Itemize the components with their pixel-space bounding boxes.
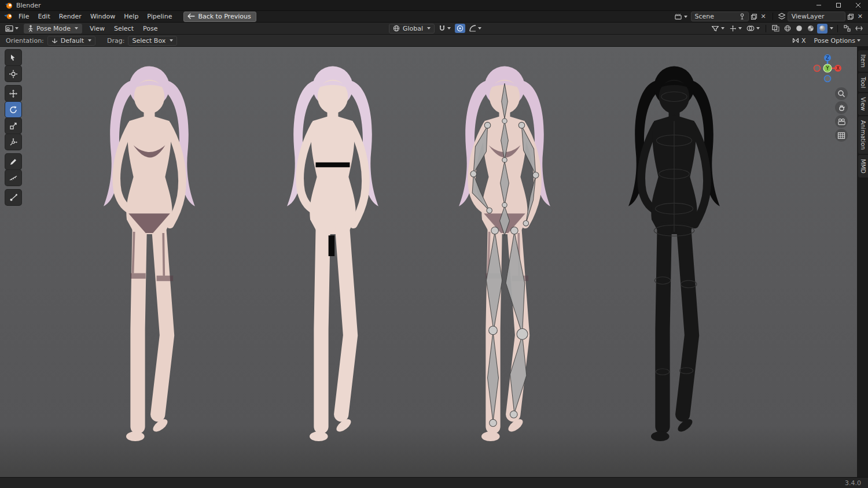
menu-render[interactable]: Render — [55, 12, 86, 21]
overlays-icon — [746, 25, 755, 32]
tool-settings-bar: Orientation: Default Drag: Select Box X … — [0, 35, 868, 47]
mode-dropdown[interactable]: Pose Mode — [24, 24, 82, 34]
blender-logo-icon — [5, 1, 13, 9]
object-visibility-dropdown[interactable] — [709, 24, 726, 33]
proportional-falloff-dropdown[interactable] — [468, 24, 483, 33]
duplicate-view-layer-icon[interactable] — [847, 13, 854, 20]
viewport-menu-select[interactable]: Select — [110, 24, 138, 34]
shading-solid-button[interactable] — [794, 24, 804, 34]
toggle-ortho-grid-button[interactable] — [835, 129, 848, 142]
mirror-icon — [792, 37, 799, 44]
tool-annotate[interactable] — [5, 154, 21, 169]
drag-value: Select Box — [132, 37, 165, 45]
separator — [837, 25, 838, 32]
browse-scene-button[interactable] — [673, 12, 689, 21]
rendered-sphere-icon — [819, 25, 826, 32]
minimize-button[interactable] — [809, 0, 829, 10]
pose-options-label: Pose Options — [814, 37, 855, 45]
viewport-header-right — [709, 24, 865, 34]
tab-mmd[interactable]: MMD — [858, 155, 868, 178]
pose-options-dropdown[interactable]: Pose Options — [812, 36, 862, 46]
pin-icon[interactable] — [740, 13, 745, 20]
tool-select-box[interactable] — [5, 50, 21, 65]
chevron-down-icon — [88, 39, 91, 42]
scene-browse-icon — [675, 13, 682, 20]
tool-move[interactable] — [5, 86, 21, 101]
axis-z-positive[interactable]: Z — [824, 54, 831, 61]
svg-text:Z: Z — [826, 56, 829, 61]
pose-mode-icon — [28, 25, 34, 32]
orientation-label: Orientation: — [6, 37, 44, 45]
viewport-model-figure-1[interactable] — [82, 49, 216, 463]
svg-text:Y: Y — [826, 66, 829, 71]
shading-dropdown-chevron[interactable] — [830, 27, 833, 29]
zoom-view-button[interactable] — [835, 87, 848, 100]
gizmo-icon — [729, 25, 737, 32]
chevron-down-icon — [857, 39, 860, 42]
x-axis-mirror-toggle[interactable]: X — [790, 36, 808, 46]
gizmos-toggle-dropdown[interactable] — [727, 24, 744, 34]
back-arrow-icon — [187, 13, 195, 19]
menu-window[interactable]: Window — [86, 12, 119, 21]
tool-scale[interactable] — [5, 118, 21, 134]
navigation-gizmo[interactable]: Z X Y — [811, 52, 844, 84]
editor-type-icon — [5, 25, 13, 32]
maximize-button[interactable] — [829, 0, 848, 10]
tool-rotate[interactable] — [5, 102, 21, 117]
header-overflow-button[interactable] — [854, 24, 865, 32]
menu-pipeline[interactable]: Pipeline — [143, 12, 176, 21]
snap-toggle-button[interactable] — [437, 24, 453, 33]
shading-material-button[interactable] — [806, 24, 816, 34]
duplicate-scene-icon[interactable] — [751, 13, 757, 20]
scene-name-field[interactable]: Scene — [691, 12, 749, 21]
axes-icon — [52, 38, 58, 44]
shading-wireframe-button[interactable] — [782, 24, 793, 34]
chevron-down-icon — [478, 27, 481, 29]
tool-pose-breakdowner[interactable] — [5, 190, 21, 205]
menu-edit[interactable]: Edit — [34, 12, 54, 21]
compositor-icon-button[interactable] — [842, 24, 852, 33]
xray-toggle-button[interactable] — [770, 24, 781, 33]
viewport-header: Pose Mode View Select Pose Global — [0, 23, 868, 35]
material-sphere-icon — [807, 25, 814, 32]
axis-z-negative[interactable] — [825, 76, 831, 82]
tool-cursor[interactable] — [5, 66, 21, 82]
axis-y-positive[interactable]: Y — [823, 64, 832, 72]
viewport-menu-view[interactable]: View — [86, 24, 109, 34]
tab-tool[interactable]: Tool — [858, 73, 868, 92]
viewport-model-figure-3[interactable] — [437, 49, 572, 463]
close-button[interactable] — [848, 0, 868, 10]
back-to-previous-button[interactable]: Back to Previous — [183, 12, 256, 22]
tab-view[interactable]: View — [858, 93, 868, 115]
camera-view-button[interactable] — [835, 115, 848, 128]
drag-dropdown[interactable]: Select Box — [128, 36, 177, 46]
chevron-down-icon — [75, 27, 78, 29]
toolbar-group-gap — [5, 82, 21, 85]
remove-view-layer-button[interactable]: ✕ — [856, 13, 865, 20]
tab-animation[interactable]: Animation — [858, 116, 868, 154]
viewport-model-figure-4[interactable] — [607, 49, 741, 463]
3d-viewport[interactable]: Z X Y — [0, 47, 868, 477]
pan-view-button[interactable] — [835, 101, 848, 114]
view-layer-field[interactable]: ViewLayer — [788, 12, 845, 21]
menu-help[interactable]: Help — [120, 12, 142, 21]
proportional-editing-toggle[interactable] — [455, 24, 465, 33]
orientation-dropdown[interactable]: Default — [47, 36, 95, 46]
axis-x-positive[interactable]: X — [834, 65, 841, 72]
menu-file[interactable]: File — [14, 12, 33, 21]
tool-transform[interactable] — [5, 134, 21, 150]
top-menu-bar: File Edit Render Window Help Pipeline Ba… — [0, 11, 868, 23]
unlink-scene-button[interactable]: ✕ — [759, 13, 768, 20]
transform-snap-cluster: Global — [389, 24, 483, 34]
blender-app-menu-icon[interactable] — [3, 13, 14, 20]
wireframe-sphere-icon — [784, 25, 791, 32]
editor-type-button[interactable] — [3, 24, 20, 34]
viewport-menu-pose[interactable]: Pose — [139, 24, 161, 34]
axis-x-negative[interactable] — [814, 65, 821, 72]
viewport-model-figure-2[interactable] — [266, 49, 400, 463]
shading-rendered-button[interactable] — [817, 24, 827, 34]
transform-orientation-dropdown[interactable]: Global — [389, 24, 435, 34]
tool-measure[interactable] — [5, 170, 21, 186]
overlays-toggle-dropdown[interactable] — [745, 24, 762, 33]
tab-item[interactable]: Item — [858, 50, 868, 72]
